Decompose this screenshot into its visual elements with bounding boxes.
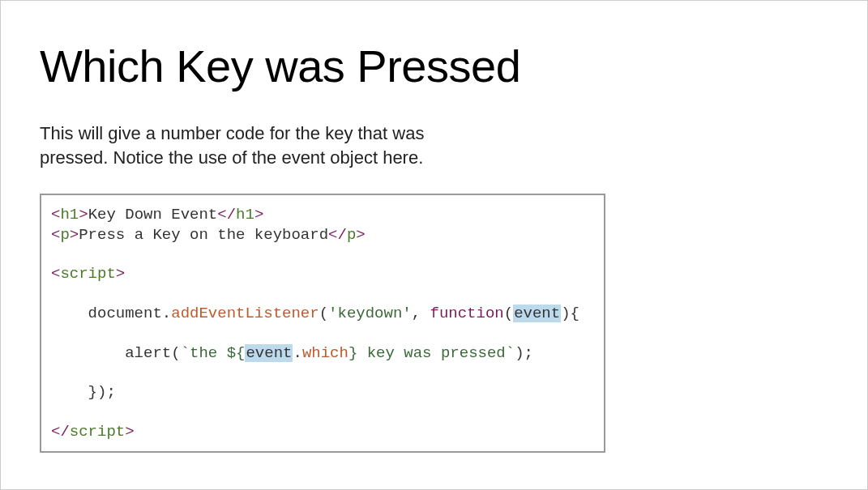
code-token <box>51 305 88 322</box>
code-token: 'keydown' <box>328 305 412 322</box>
code-token-highlighted: event <box>513 305 561 322</box>
description-text: This will give a number code for the key… <box>40 121 429 169</box>
code-token: > <box>254 206 263 224</box>
page-title: Which Key was Pressed <box>40 40 828 92</box>
code-token: p <box>60 226 69 244</box>
code-token: h1 <box>60 206 79 224</box>
code-token: which <box>302 344 348 362</box>
code-token: Key Down Event <box>88 206 218 224</box>
code-token: `the ${ <box>181 344 246 362</box>
code-token: Press a Key on the keyboard <box>79 226 328 244</box>
code-token: > <box>356 226 365 244</box>
code-token: < <box>51 265 60 283</box>
code-token: ) <box>561 305 570 322</box>
code-token: , <box>412 305 430 322</box>
code-token: alert( <box>125 344 180 362</box>
code-token: > <box>116 265 125 283</box>
code-token: > <box>79 206 88 224</box>
code-token: { <box>571 305 579 322</box>
code-token: script <box>70 423 125 441</box>
code-token: p <box>347 226 356 244</box>
code-block: <h1>Key Down Event</h1> <p>Press a Key o… <box>40 194 605 453</box>
code-token <box>51 383 88 401</box>
code-token: </ <box>217 206 236 224</box>
code-token: < <box>51 226 60 244</box>
code-token: . <box>293 344 301 362</box>
code-token: h1 <box>236 206 254 224</box>
code-token: }); <box>88 383 116 401</box>
code-token: </ <box>51 423 70 441</box>
code-token: addEventListener <box>171 305 319 322</box>
code-token <box>51 344 125 362</box>
code-token: > <box>70 226 79 244</box>
code-token: ); <box>515 344 533 362</box>
code-token: > <box>125 423 134 441</box>
code-token: < <box>51 206 60 224</box>
code-token: } key was pressed` <box>348 344 515 362</box>
code-token-highlighted: event <box>245 344 293 362</box>
code-token: document. <box>88 305 172 322</box>
code-token: ( <box>319 305 328 322</box>
code-token: ( <box>504 305 513 322</box>
code-token: function <box>430 305 504 322</box>
code-token: script <box>60 265 115 283</box>
code-token: </ <box>328 226 347 244</box>
